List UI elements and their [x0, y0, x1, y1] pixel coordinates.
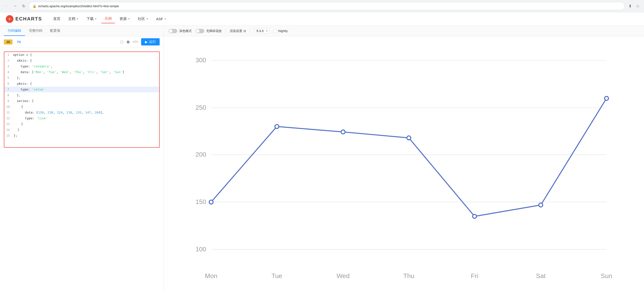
code-icon[interactable]: </> [133, 40, 138, 44]
svg-text:Wed: Wed [336, 272, 350, 280]
logo-text: ECHARTS [16, 16, 42, 22]
left-panel: 代码编辑 完整代码 配置项 JS TS ⬡ ⬢ </> [0, 26, 164, 292]
nav-docs[interactable]: 文档 ▼ [65, 15, 82, 23]
site-header: E ECHARTS 首页 文档 ▼ 下载 ▼ 示例 资源 ▼ 社区 ▼ ASF … [0, 12, 644, 26]
chart-area: 300 250 200 150 100 [164, 36, 644, 292]
svg-text:200: 200 [196, 151, 206, 158]
logo-area: E ECHARTS [6, 15, 42, 23]
forward-button[interactable]: → [12, 3, 18, 9]
data-point [472, 214, 476, 218]
browser-chrome: ← → ↻ 🔒 echarts.apache.org/examples/zh/e… [0, 0, 644, 12]
code-line: 8 }, [4, 92, 159, 98]
main-nav: 首页 文档 ▼ 下载 ▼ 示例 资源 ▼ 社区 ▼ ASF ▼ [50, 14, 170, 23]
reload-button[interactable]: ↻ [20, 3, 27, 9]
run-button[interactable]: ▶ 运行 [141, 38, 160, 45]
toggle-knob [196, 29, 200, 33]
tab-full-code[interactable]: 完整代码 [25, 26, 46, 36]
code-line: 3 type: 'category', [4, 63, 159, 69]
code-line: 9 series: [ [4, 98, 159, 104]
nightly-checkbox[interactable] [273, 29, 277, 33]
code-line: 10 { [4, 104, 159, 110]
code-line: 13 } [4, 121, 159, 127]
code-line: 15 }; [4, 133, 159, 139]
logo-icon: E [6, 15, 14, 23]
svg-text:Sat: Sat [536, 272, 546, 280]
dark-mode-toggle-group: 深色模式 [168, 29, 192, 33]
chevron-down-icon: ▼ [164, 17, 166, 20]
share-button[interactable]: ⬆ [627, 3, 634, 9]
svg-text:300: 300 [196, 56, 206, 64]
chevron-down-icon: ▼ [128, 17, 130, 20]
nav-asf[interactable]: ASF ▼ [153, 15, 170, 23]
divider [226, 29, 226, 33]
lock-icon: 🔒 [32, 4, 36, 8]
data-point [604, 96, 608, 100]
code-line: 11 data: [150, 230, 224, 218, 135, 147, … [4, 110, 159, 116]
editor-tabs: 代码编辑 完整代码 配置项 [0, 26, 164, 36]
code-line: 5 }, [4, 75, 159, 81]
chevron-down-icon: ▼ [146, 17, 148, 20]
components-icon[interactable]: ⬡ [120, 40, 124, 44]
back-button[interactable]: ← [3, 3, 10, 9]
svg-text:Sun: Sun [601, 272, 612, 280]
accessibility-toggle[interactable] [196, 29, 204, 33]
divider [250, 29, 250, 33]
lang-tabs: JS TS [4, 39, 23, 44]
code-line: 14 ] [4, 127, 159, 133]
tab-code-edit[interactable]: 代码编辑 [4, 26, 25, 36]
code-line: 12 type: 'line' [4, 116, 159, 121]
accessibility-toggle-group: 无障碍花纹 [196, 29, 222, 33]
nightly-checkbox-group: Nightly [273, 29, 288, 33]
svg-text:Thu: Thu [404, 272, 414, 280]
svg-text:Fri: Fri [471, 272, 478, 280]
right-toolbar: 深色模式 无障碍花纹 渲染设置 ⚙ 5.3.3 ▼ [164, 26, 644, 36]
lang-tab-ts[interactable]: TS [14, 39, 23, 44]
nav-download[interactable]: 下载 ▼ [83, 15, 100, 23]
code-actions: ⬡ ⬢ </> ▶ 运行 [120, 38, 160, 45]
code-line: 7 type: 'value' [4, 87, 159, 92]
svg-text:150: 150 [196, 198, 206, 205]
gear-icon: ⚙ [243, 29, 246, 33]
nav-home[interactable]: 首页 [50, 15, 64, 23]
data-point [407, 136, 411, 140]
tab-config[interactable]: 配置项 [46, 26, 64, 36]
url-text: echarts.apache.org/examples/zh/editor.ht… [38, 4, 621, 8]
browser-actions: ⬆ ☆ [627, 3, 641, 9]
address-bar[interactable]: 🔒 echarts.apache.org/examples/zh/editor.… [29, 2, 625, 10]
cube-icon[interactable]: ⬢ [126, 40, 130, 44]
nav-resources[interactable]: 资源 ▼ [116, 15, 134, 23]
svg-text:E: E [9, 18, 10, 20]
code-editor[interactable]: 1 option = { 2 xAxis: { 3 type: 'categor… [0, 48, 164, 292]
render-settings-button[interactable]: 渲染设置 ⚙ [230, 29, 246, 33]
main-content: 代码编辑 完整代码 配置项 JS TS ⬡ ⬢ </> [0, 26, 644, 292]
chevron-down-icon: ▼ [95, 17, 97, 20]
nav-examples[interactable]: 示例 [101, 14, 115, 23]
svg-text:Mon: Mon [205, 272, 218, 280]
svg-text:100: 100 [196, 246, 206, 253]
data-point [539, 203, 542, 207]
svg-text:Tue: Tue [272, 272, 282, 280]
code-lang-row: JS TS ⬡ ⬢ </> ▶ 运行 [0, 36, 164, 48]
version-selector[interactable]: 5.3.3 ▼ [254, 28, 270, 34]
code-line: 1 option = { [4, 52, 159, 58]
nav-community[interactable]: 社区 ▼ [134, 15, 152, 23]
browser-toolbar: ← → ↻ 🔒 echarts.apache.org/examples/zh/e… [0, 0, 644, 12]
code-line: 4 data: ['Mon', 'Tue', 'Wed', 'Thu', 'Fr… [4, 69, 159, 75]
dark-mode-toggle[interactable] [168, 29, 177, 33]
chevron-down-icon: ▼ [76, 17, 79, 20]
svg-text:250: 250 [196, 104, 206, 111]
lang-tab-js[interactable]: JS [4, 39, 12, 44]
right-panel: 深色模式 无障碍花纹 渲染设置 ⚙ 5.3.3 ▼ [164, 26, 644, 292]
data-point [341, 130, 345, 134]
code-line: 6 yAxis: { [4, 81, 159, 87]
version-select[interactable]: 5.3.3 [254, 28, 270, 34]
chart-svg: 300 250 200 150 100 [174, 41, 634, 288]
bookmark-button[interactable]: ☆ [634, 3, 641, 9]
accessibility-label: 无障碍花纹 [206, 29, 222, 33]
data-point [275, 125, 279, 129]
code-line: 2 xAxis: { [4, 58, 159, 63]
play-icon: ▶ [145, 40, 148, 44]
toggle-knob [169, 29, 172, 33]
data-point [209, 200, 213, 204]
nightly-label: Nightly [278, 29, 288, 33]
